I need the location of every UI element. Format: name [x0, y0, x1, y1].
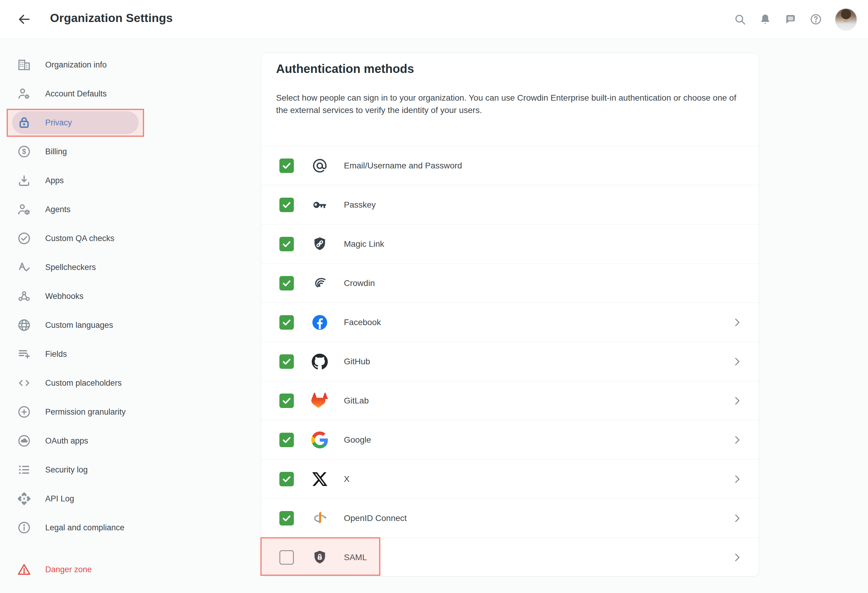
sidebar-item-permission-granularity[interactable]: Permission granularity — [0, 397, 247, 426]
sidebar-item-label: Account Defaults — [45, 89, 107, 99]
sidebar-item-label: Organization info — [45, 60, 107, 69]
key-icon — [311, 196, 328, 213]
sidebar-item-agents[interactable]: Agents — [0, 195, 247, 224]
sidebar-item-label: Permission granularity — [45, 407, 125, 417]
sidebar-item-custom-placeholders[interactable]: Custom placeholders — [0, 369, 247, 397]
page-title: Organization Settings — [50, 12, 173, 25]
chevron-right-icon[interactable] — [731, 552, 743, 563]
auth-method-row-magic-link[interactable]: Magic Link — [261, 224, 759, 263]
auth-method-row-facebook[interactable]: Facebook — [261, 302, 759, 342]
checkbox[interactable] — [279, 354, 294, 369]
sidebar-item-danger-zone[interactable]: Danger zone — [0, 555, 247, 584]
sidebar-item-privacy[interactable]: Privacy — [0, 108, 247, 137]
sidebar-item-label: Billing — [45, 147, 67, 156]
chevron-right-icon[interactable] — [731, 356, 743, 367]
sidebar-item-apps[interactable]: Apps — [0, 166, 247, 195]
sidebar-item-label: Security log — [45, 465, 88, 475]
auth-method-label: X — [344, 474, 350, 484]
sidebar-item-label: Webhooks — [45, 292, 84, 301]
sidebar-item-label: Apps — [45, 176, 64, 185]
openid-icon — [311, 510, 328, 527]
settings-sidebar: Organization info Account Defaults Priva… — [0, 38, 247, 584]
sidebar-item-label: Spellcheckers — [45, 263, 96, 272]
sidebar-item-api-log[interactable]: API Log — [0, 484, 247, 513]
user-gear-icon — [17, 87, 31, 101]
check-circle-icon — [17, 231, 31, 246]
sidebar-item-label: Custom placeholders — [45, 378, 122, 388]
auth-method-label: Facebook — [344, 317, 381, 327]
checkbox[interactable] — [279, 276, 294, 291]
auth-method-row-crowdin[interactable]: Crowdin — [261, 263, 759, 302]
auth-method-label: GitHub — [344, 357, 370, 366]
card-title: Authentication methods — [276, 62, 414, 76]
dollar-circle-icon: $ — [17, 145, 31, 159]
playlist-add-icon — [17, 347, 31, 361]
svg-text:$: $ — [22, 148, 26, 155]
auth-method-label: SAML — [344, 553, 367, 562]
auth-method-row-saml[interactable]: SAML — [261, 538, 759, 577]
sidebar-item-account-defaults[interactable]: Account Defaults — [0, 79, 247, 108]
building-icon — [17, 58, 31, 72]
checkbox[interactable] — [279, 315, 294, 330]
chevron-right-icon[interactable] — [731, 512, 743, 524]
sidebar-item-label: Privacy — [45, 118, 72, 127]
list-icon — [17, 463, 31, 477]
at-icon — [311, 157, 328, 174]
checkbox[interactable] — [279, 550, 294, 565]
back-button[interactable] — [17, 12, 31, 27]
help-icon[interactable] — [809, 13, 822, 26]
back-arrow-icon — [17, 23, 31, 27]
checkbox[interactable] — [279, 433, 294, 447]
webhook-icon — [17, 289, 31, 304]
sidebar-item-webhooks[interactable]: Webhooks — [0, 282, 247, 311]
auth-methods-list: Email/Username and Password Passkey Magi… — [261, 146, 759, 577]
sidebar-item-label: Legal and compliance — [45, 523, 124, 533]
search-icon[interactable] — [734, 13, 746, 26]
auth-method-row-gitlab[interactable]: GitLab — [261, 381, 759, 420]
code-icon — [17, 376, 31, 390]
google-icon — [311, 431, 328, 448]
x-icon — [311, 471, 328, 488]
card-description: Select how people can sign in to your or… — [276, 91, 745, 116]
sidebar-item-fields[interactable]: Fields — [0, 339, 247, 369]
user-avatar[interactable] — [835, 8, 857, 30]
spellcheck-icon — [17, 260, 31, 274]
checkbox[interactable] — [279, 394, 294, 408]
auth-method-label: Passkey — [344, 200, 376, 210]
chevron-right-icon[interactable] — [731, 395, 743, 407]
auth-method-row-google[interactable]: Google — [261, 420, 759, 459]
gitlab-icon — [311, 392, 328, 409]
auth-method-row-x[interactable]: X — [261, 459, 759, 499]
authentication-methods-card: Authentication methods Select how people… — [261, 53, 759, 577]
sidebar-item-spellcheckers[interactable]: Spellcheckers — [0, 253, 247, 282]
checkbox[interactable] — [279, 198, 294, 212]
sidebar-item-organization-info[interactable]: Organization info — [0, 50, 247, 79]
auth-method-row-email[interactable]: Email/Username and Password — [261, 146, 759, 185]
auth-method-label: Email/Username and Password — [344, 161, 462, 171]
chevron-right-icon[interactable] — [731, 434, 743, 446]
sidebar-item-custom-languages[interactable]: Custom languages — [0, 311, 247, 339]
cloud-circle-icon — [17, 434, 31, 448]
top-app-bar: Organization Settings — [0, 0, 868, 38]
checkbox[interactable] — [279, 237, 294, 251]
checkbox[interactable] — [279, 472, 294, 486]
shield-lock-icon — [311, 549, 328, 566]
checkbox[interactable] — [279, 511, 294, 525]
download-icon — [17, 173, 31, 188]
chevron-right-icon[interactable] — [731, 473, 743, 485]
auth-method-row-passkey[interactable]: Passkey — [261, 185, 759, 224]
sidebar-item-security-log[interactable]: Security log — [0, 455, 247, 484]
sidebar-item-billing[interactable]: $ Billing — [0, 137, 247, 166]
sidebar-item-legal-and-compliance[interactable]: Legal and compliance — [0, 513, 247, 542]
github-icon — [311, 353, 328, 370]
checkbox[interactable] — [279, 158, 294, 173]
sidebar-item-label: Custom languages — [45, 321, 113, 330]
auth-method-label: OpenID Connect — [344, 513, 407, 523]
chevron-right-icon[interactable] — [731, 316, 743, 329]
notifications-bell-icon[interactable] — [759, 13, 772, 26]
auth-method-row-github[interactable]: GitHub — [261, 342, 759, 381]
auth-method-row-openid-connect[interactable]: OpenID Connect — [261, 499, 759, 538]
sidebar-item-custom-qa-checks[interactable]: Custom QA checks — [0, 224, 247, 253]
messages-icon[interactable] — [784, 13, 797, 26]
sidebar-item-oauth-apps[interactable]: OAuth apps — [0, 426, 247, 455]
